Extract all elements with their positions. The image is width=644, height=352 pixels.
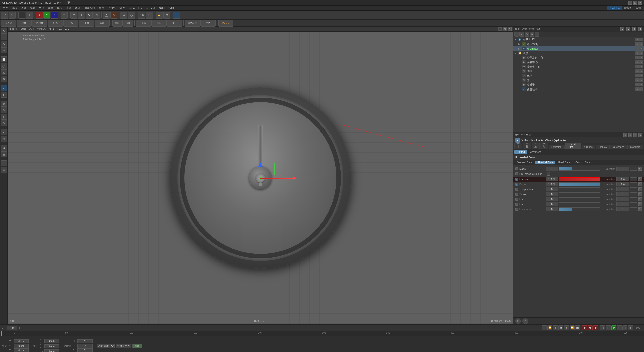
anim-record[interactable]: ⏺ — [582, 325, 587, 330]
scene-btn-vis-11[interactable]: ● — [635, 83, 639, 86]
edit-mode-btn[interactable]: ◈ — [120, 12, 127, 19]
snap-btn[interactable]: ◆ — [156, 12, 163, 19]
field-temp-var-slider[interactable] — [630, 187, 637, 191]
scene-tool-4[interactable]: ⊞ — [530, 32, 534, 37]
field-smoke-value[interactable]: 0 — [546, 192, 558, 196]
subtab-advanced[interactable]: Advanced — [528, 150, 544, 154]
viewport-panel[interactable]: 面板 — [49, 27, 54, 31]
scene-btn-vis-6[interactable]: ● — [635, 60, 639, 64]
zero-btn[interactable]: 0 — [146, 12, 153, 19]
field-userval-var-slider[interactable] — [630, 207, 637, 211]
menu-sim[interactable]: 模拟 — [55, 6, 64, 10]
field-temp-end[interactable]: ▶ — [638, 187, 642, 191]
scene-btn-lock-3[interactable]: × — [639, 47, 643, 50]
t-material[interactable]: 着色材质 — [185, 20, 200, 27]
menu-pipeline[interactable]: 流水线 — [106, 6, 117, 10]
t-sphere[interactable]: 球体 — [17, 20, 32, 27]
field-fire-slider[interactable] — [559, 202, 600, 206]
tab-obj[interactable]: 对象 — [532, 143, 540, 149]
rot-b-value[interactable]: 0° — [77, 348, 93, 352]
scene-btn-lock-1[interactable]: × — [639, 38, 643, 41]
render-btn[interactable]: ▷ — [110, 12, 117, 19]
t-lathe[interactable]: 旋转 — [167, 20, 182, 27]
t-cube[interactable]: 立方体 — [1, 20, 16, 27]
menu-select[interactable]: 选取 — [28, 6, 37, 10]
viewport[interactable]: 摄像机 显示 选项 过滤器 面板 ProRender ⬛ ⊞ ⊟ Number … — [8, 27, 513, 324]
field-mass-var-slider[interactable] — [630, 167, 637, 171]
menu-redshift[interactable]: Redshift — [144, 6, 157, 10]
apply-button[interactable]: 应用 — [132, 344, 142, 348]
render-view-btn[interactable]: △ — [103, 12, 110, 19]
scene-btn-vis-10[interactable]: ● — [635, 78, 639, 82]
timeline-fps[interactable]: 30 — [7, 326, 17, 330]
viewport-filter[interactable]: 过滤器 — [37, 27, 46, 31]
scene-item-zhigan[interactable]: ⬡ 支杆 ● × — [513, 73, 644, 78]
y-axis-btn[interactable]: Y — [43, 12, 50, 19]
scene-btn-lock-12[interactable]: × — [639, 87, 643, 91]
viewport-icon3[interactable]: ⊟ — [508, 27, 512, 31]
tab-emit[interactable]: 发射 — [540, 143, 548, 149]
menu-help[interactable]: 帮助 — [167, 6, 175, 10]
field-friction-var-slider[interactable] — [630, 177, 637, 181]
scene-btn-vis-2[interactable]: ● — [635, 42, 639, 46]
coord-z-value[interactable]: 0 cm — [14, 348, 29, 352]
viewport-camera[interactable]: 摄像机 — [9, 27, 17, 31]
coord-x-value[interactable]: 0 cm — [14, 339, 29, 343]
field-mass-slider[interactable] — [559, 167, 600, 171]
maximize-button[interactable]: □ — [633, 1, 637, 5]
scene-btn-lock-7[interactable]: × — [639, 65, 643, 68]
menu-anim[interactable]: 动画 — [46, 6, 55, 10]
scene-item-center2[interactable]: ◉ 发射中心 ● × — [513, 60, 644, 64]
field-fuel-var-slider[interactable] — [630, 197, 637, 201]
move-tool[interactable]: ✛ — [1, 34, 7, 40]
field-friction-enable[interactable]: ✓ — [515, 178, 518, 181]
scene-btn-lock-10[interactable]: × — [639, 78, 643, 82]
t-boole[interactable]: 布尔 — [136, 20, 151, 27]
tool-9[interactable]: ● — [1, 85, 7, 91]
scene-icon-4[interactable]: ⬇ — [638, 27, 642, 31]
rotate-btn[interactable]: ↻ — [93, 12, 100, 19]
viewport-icon1[interactable]: ⬛ — [498, 27, 502, 31]
size-z-value[interactable]: 0 cm — [44, 349, 59, 352]
field-friction-slider[interactable] — [559, 177, 600, 181]
tool-11[interactable]: ⊗ — [1, 101, 7, 107]
field-fire-var-slider[interactable] — [630, 202, 637, 206]
field-temp-slider[interactable] — [559, 187, 600, 191]
obj-mode-btn[interactable]: ◎ — [128, 12, 135, 19]
props-icon-3[interactable]: + — [633, 133, 637, 137]
field-fire-value[interactable]: 0 — [546, 202, 558, 206]
scene-item-fshezi[interactable]: ◉ 发射子 ● × — [513, 82, 644, 87]
scene-item-fslizi[interactable]: ✦ 发射粒子 ● × — [513, 87, 644, 92]
scene-item-xpfluidfx[interactable]: ▼ 💧 xpFluidFX ● × — [513, 37, 644, 42]
tool-12[interactable]: ✎ — [1, 107, 7, 113]
datatab-fluid[interactable]: Fluid Data — [556, 161, 573, 164]
scene-icon-1[interactable]: ◀ — [620, 27, 624, 31]
scene-icon-2[interactable]: ▶ — [626, 27, 630, 31]
scene-icon-3[interactable]: ⬆ — [632, 27, 636, 31]
menu-motion[interactable]: 运动跟踪 — [83, 6, 97, 10]
scene-btn-vis-3[interactable]: ● — [635, 47, 639, 50]
datatab-custom[interactable]: Custom Data — [573, 161, 592, 164]
field-link-enable[interactable] — [515, 172, 518, 175]
footer-btn-2[interactable]: ⊙ — [522, 318, 528, 324]
anim-mode3[interactable]: P — [611, 325, 616, 330]
field-temp-enable[interactable] — [515, 188, 518, 191]
scale-btn[interactable]: ⤡ — [86, 12, 93, 19]
scene-tool-2[interactable]: ⊗ — [519, 32, 524, 37]
props-icon-4[interactable]: ⊙ — [638, 133, 642, 137]
scene-header-view[interactable]: 视图 — [536, 27, 541, 31]
menu-sculpt[interactable]: 雕刻 — [73, 6, 82, 10]
field-userval-enable[interactable] — [515, 208, 518, 211]
rotate-tool[interactable]: ↻ — [1, 47, 7, 53]
scene-tool-5[interactable]: ⌖ — [535, 32, 539, 37]
scene-tool-1[interactable]: ⊕ — [514, 32, 519, 37]
field-link-checkbox[interactable] — [547, 172, 550, 176]
scene-btn-vis-12[interactable]: ● — [635, 87, 639, 91]
redo-btn[interactable]: ↪ — [9, 12, 16, 19]
field-smoke-enable[interactable] — [515, 193, 518, 196]
size-x-value[interactable]: 0 cm — [44, 339, 59, 343]
scale-tool[interactable]: ⤡ — [1, 41, 7, 47]
anim-next-frame[interactable]: ⏩ — [570, 325, 575, 330]
timeline-ruler[interactable]: 0 60 120 180 240 300 360 420 480 540 600 — [0, 331, 644, 336]
scene-btn-vis-8[interactable]: ● — [635, 69, 639, 73]
